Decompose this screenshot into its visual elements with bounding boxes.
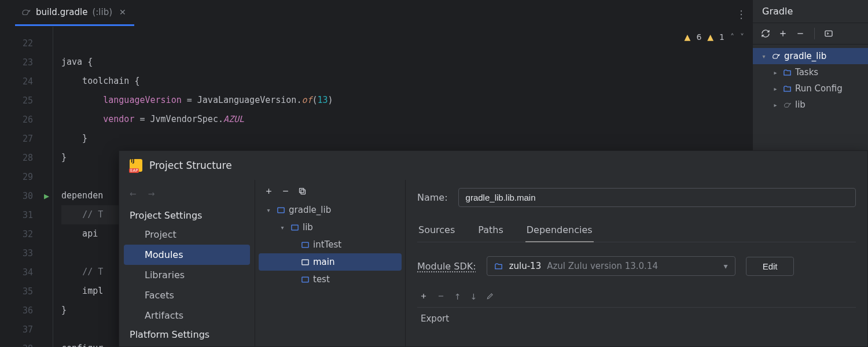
gradle-toolbar	[753, 23, 868, 45]
module-tree-toolbar	[255, 183, 405, 201]
line-number[interactable]: 25	[0, 91, 53, 110]
edit-button[interactable]: Edit	[746, 257, 795, 276]
plus-icon[interactable]	[420, 292, 428, 301]
module-tabs: SourcesPathsDependencies	[417, 221, 856, 242]
tab-dependencies[interactable]: Dependencies	[525, 221, 594, 242]
kebab-icon[interactable]: ⋮	[736, 8, 745, 20]
folder-icon	[494, 261, 503, 271]
module-tree-item-label: intTest	[313, 239, 341, 250]
line-number[interactable]: 33	[0, 243, 53, 263]
chevron-right-icon[interactable]: ▸	[771, 69, 779, 76]
module-tree-item[interactable]: intTest	[255, 236, 405, 253]
gradle-tree-item[interactable]: ▸Run Config	[753, 80, 868, 97]
refresh-icon[interactable]	[761, 29, 770, 38]
back-icon[interactable]: ←	[130, 189, 137, 198]
module-icon	[276, 205, 285, 215]
arrow-up-icon[interactable]: ↑	[454, 292, 461, 301]
gradle-tree-item[interactable]: ▸lib	[753, 97, 868, 113]
execute-icon[interactable]	[824, 29, 833, 38]
line-number[interactable]: 32	[0, 224, 53, 243]
module-tree-lib-label: lib	[303, 222, 313, 232]
svg-rect-2	[300, 189, 304, 193]
line-number[interactable]: 28	[0, 148, 53, 167]
module-icon	[300, 275, 310, 284]
nav-item-facets[interactable]: Facets	[119, 285, 255, 305]
code-line[interactable]: toolchain {	[61, 72, 752, 91]
line-number[interactable]: 27	[0, 129, 53, 148]
dialog-nav: ← → Project Settings ProjectModulesLibra…	[119, 180, 255, 346]
svg-rect-1	[301, 190, 306, 194]
gradle-panel-title: Gradle	[753, 0, 868, 23]
line-number[interactable]: 22	[0, 34, 53, 53]
tab-paths[interactable]: Paths	[477, 221, 504, 242]
gradle-tree-root[interactable]: ▾ gradle_lib	[753, 48, 868, 64]
elephant-icon	[771, 51, 781, 61]
nav-item-modules[interactable]: Modules	[124, 245, 250, 265]
chevron-right-icon[interactable]: ▸	[771, 86, 779, 92]
tab-sources[interactable]: Sources	[417, 221, 456, 242]
line-number[interactable]: 24	[0, 72, 53, 91]
elephant-icon	[21, 7, 31, 17]
module-tree-lib[interactable]: ▾ lib	[255, 219, 405, 236]
intellij-eap-icon	[130, 159, 142, 172]
line-number[interactable]: 36	[0, 301, 53, 320]
nav-item-project[interactable]: Project	[119, 224, 255, 245]
module-icon	[300, 240, 310, 249]
gradle-tree-root-label: gradle_lib	[784, 51, 826, 61]
nav-section-platform-settings: Platform Settings	[119, 326, 255, 344]
line-number[interactable]: 34	[0, 263, 53, 282]
line-number[interactable]: 37	[0, 320, 53, 339]
separator	[814, 28, 815, 39]
elephant-icon	[783, 101, 792, 109]
minus-icon[interactable]	[437, 292, 445, 301]
nav-item-artifacts[interactable]: Artifacts	[119, 305, 255, 326]
chevron-down-icon[interactable]: ▾	[760, 53, 768, 60]
minus-icon[interactable]	[281, 187, 290, 195]
plus-icon[interactable]	[778, 29, 788, 38]
dialog-main: Name: SourcesPathsDependencies Module SD…	[406, 180, 867, 346]
module-tree-item[interactable]: main	[259, 253, 402, 271]
chevron-down-icon[interactable]: ▾	[278, 224, 286, 231]
name-label: Name:	[417, 192, 448, 203]
tab-build-gradle[interactable]: build.gradle (:lib) ✕	[15, 0, 134, 26]
gradle-tree-item[interactable]: ▸Tasks	[753, 64, 868, 80]
module-sdk-combo[interactable]: zulu-13 Azul Zulu version 13.0.14 ▾	[487, 256, 735, 276]
svg-rect-3	[277, 208, 284, 213]
minus-icon[interactable]	[796, 29, 805, 38]
module-tree-item[interactable]: test	[255, 271, 405, 288]
gutter: 222324252627282930▶3132333435363738	[0, 27, 53, 347]
close-icon[interactable]: ✕	[117, 6, 128, 18]
module-name-input[interactable]	[458, 188, 856, 207]
gradle-tree: ▾ gradle_lib ▸Tasks▸Run Config▸lib	[753, 45, 868, 116]
code-line[interactable]	[61, 34, 752, 53]
module-sdk-name: zulu-13	[509, 261, 542, 271]
svg-rect-6	[301, 260, 308, 265]
code-line[interactable]: vendor = JvmVendorSpec.AZUL	[61, 110, 752, 129]
module-sdk-label: Module SDK:	[417, 261, 476, 272]
edit-icon[interactable]	[486, 292, 494, 301]
code-line[interactable]: }	[61, 129, 752, 148]
line-number[interactable]: 30▶	[0, 186, 53, 205]
forward-icon[interactable]: →	[148, 189, 155, 198]
run-gutter-icon[interactable]: ▶	[44, 191, 49, 201]
module-tree-root-label: gradle_lib	[289, 205, 331, 215]
code-line[interactable]: java {	[61, 53, 752, 72]
module-icon	[300, 257, 310, 267]
copy-icon[interactable]	[298, 187, 307, 195]
line-number[interactable]: 35	[0, 282, 53, 301]
line-number[interactable]: 38	[0, 339, 53, 347]
chevron-right-icon[interactable]: ▸	[771, 102, 779, 108]
line-number[interactable]: 31	[0, 205, 53, 224]
chevron-down-icon[interactable]: ▾	[264, 207, 273, 213]
module-tree-root[interactable]: ▾ gradle_lib	[255, 201, 405, 219]
tab-suffix: (:lib)	[92, 7, 112, 17]
svg-rect-5	[301, 242, 308, 248]
line-number[interactable]: 26	[0, 110, 53, 129]
line-number[interactable]: 23	[0, 53, 53, 72]
module-sdk-desc: Azul Zulu version 13.0.14	[547, 261, 658, 271]
plus-icon[interactable]	[264, 187, 273, 195]
line-number[interactable]: 29	[0, 167, 53, 186]
arrow-down-icon[interactable]: ↓	[470, 292, 477, 301]
code-line[interactable]: languageVersion = JavaLanguageVersion.of…	[61, 91, 752, 110]
nav-item-libraries[interactable]: Libraries	[119, 265, 255, 285]
